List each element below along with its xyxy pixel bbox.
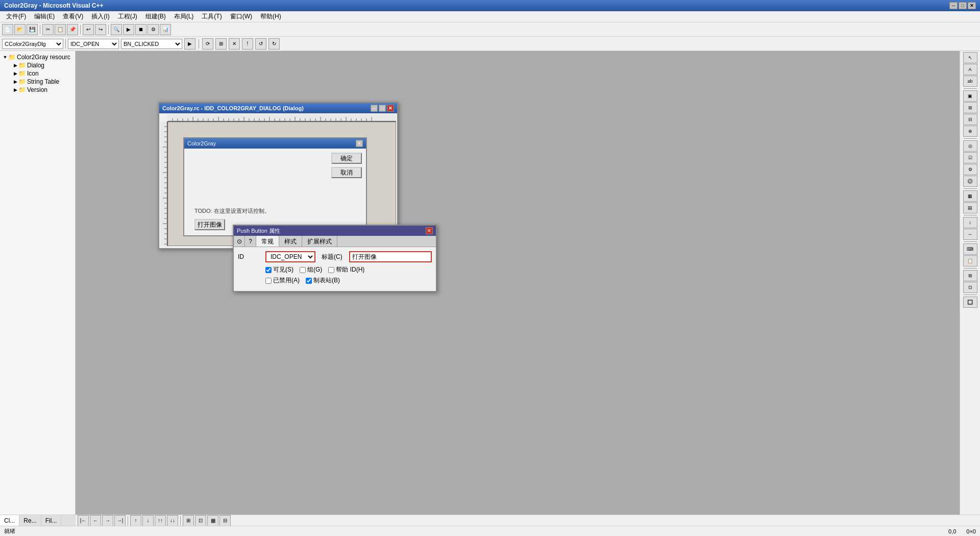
tab-resource-view[interactable]: Re...	[19, 515, 41, 526]
tb2-btn5[interactable]: ↺	[255, 38, 266, 50]
tab-class-view[interactable]: Cl...	[0, 515, 19, 526]
bt-btn6[interactable]: ↓	[142, 515, 154, 526]
tree-dialog[interactable]: ▶ 📁 Dialog	[12, 61, 73, 69]
resource-editor-min-button[interactable]: ─	[371, 105, 378, 112]
tab-general[interactable]: 常规	[256, 236, 279, 247]
bt-btn10[interactable]: ⊡	[195, 515, 206, 526]
menu-edit[interactable]: 编辑(E)	[30, 11, 59, 22]
tb-btn-extra4[interactable]: 📊	[160, 24, 171, 35]
disabled-checkbox[interactable]	[265, 278, 272, 284]
class-select[interactable]: CColor2GrayDlg	[2, 39, 63, 49]
tree-root[interactable]: ▼ 📁 Color2Gray resourc	[2, 53, 73, 61]
search-button[interactable]: 🔍	[111, 24, 122, 35]
caption-input[interactable]	[349, 251, 432, 262]
open-image-button[interactable]: 打开图像	[194, 219, 225, 230]
rt-btn12[interactable]: ↔	[963, 229, 977, 240]
help-id-label: 帮助 ID(H)	[336, 265, 364, 274]
paste-button[interactable]: 📌	[67, 24, 78, 35]
tree-version[interactable]: ▶ 📁 Version	[12, 86, 73, 94]
tab-extended[interactable]: 扩展样式	[302, 236, 337, 247]
rt-btn5[interactable]: ◎	[963, 140, 977, 152]
new-button[interactable]: 📄	[2, 24, 13, 35]
save-button[interactable]: 💾	[27, 24, 38, 35]
menu-file[interactable]: 文件(F)	[2, 11, 30, 22]
props-tab-icon1[interactable]: ⊙	[234, 236, 245, 247]
menu-insert[interactable]: 插入(I)	[87, 11, 113, 22]
resource-editor-close-button[interactable]: ✕	[387, 105, 394, 112]
main-area: ▼ 📁 Color2Gray resourc ▶ 📁 Dialog ▶ 📁 Ic…	[0, 51, 980, 526]
event-select[interactable]: BN_CLICKED	[121, 39, 182, 49]
menu-window[interactable]: 窗口(W)	[226, 11, 256, 22]
visible-checkbox[interactable]	[265, 267, 272, 273]
copy-button[interactable]: 📋	[55, 24, 66, 35]
rt-btn10[interactable]: ▤	[963, 202, 977, 213]
bt-btn5[interactable]: ↑	[130, 515, 141, 526]
rt-text-btn[interactable]: A	[963, 64, 977, 75]
tree-string-table[interactable]: ▶ 📁 String Table	[12, 78, 73, 86]
rt-ab-btn[interactable]: ab	[963, 76, 977, 87]
group-checkbox[interactable]	[300, 267, 306, 273]
menu-layout[interactable]: 布局(L)	[170, 11, 198, 22]
inner-dialog-close-button[interactable]: ✕	[356, 140, 363, 147]
maximize-button[interactable]: □	[959, 2, 967, 9]
rt-btn14[interactable]: 📋	[963, 255, 977, 266]
tab-styles[interactable]: 样式	[279, 236, 302, 247]
bt-btn7[interactable]: ↑↑	[155, 515, 166, 526]
rt-btn11[interactable]: ↕	[963, 217, 977, 228]
menu-view[interactable]: 查看(V)	[59, 11, 87, 22]
resource-editor-max-button[interactable]: □	[379, 105, 386, 112]
tb2-btn4[interactable]: !	[242, 38, 253, 50]
tab-file-view[interactable]: Fil...	[41, 515, 62, 526]
rt-btn8[interactable]: 🔘	[963, 176, 977, 187]
bt-btn9[interactable]: ⊞	[183, 515, 194, 526]
tb2-btn2[interactable]: ⊞	[215, 38, 227, 50]
redo-button[interactable]: ↪	[95, 24, 106, 35]
rt-btn6[interactable]: ☑	[963, 152, 977, 163]
cut-button[interactable]: ✂	[42, 24, 54, 35]
rt-btn1[interactable]: ▣	[963, 90, 977, 102]
rt-btn2[interactable]: ⊞	[963, 102, 977, 113]
rt-btn3[interactable]: ⊟	[963, 114, 977, 125]
undo-button[interactable]: ↩	[83, 24, 94, 35]
rt-btn4[interactable]: ⊕	[963, 126, 977, 137]
tabstop-checkbox[interactable]	[306, 278, 312, 284]
menu-tools[interactable]: 工具(T)	[198, 11, 226, 22]
bt-btn3[interactable]: →	[102, 515, 113, 526]
tb2-btn3[interactable]: ✕	[229, 38, 240, 50]
tb-btn-extra2[interactable]: ⏹	[135, 24, 146, 35]
rt-btn17[interactable]: 🔲	[963, 297, 977, 308]
menu-project[interactable]: 工程(J)	[114, 11, 141, 22]
rt-btn16[interactable]: ⊡	[963, 282, 977, 293]
id-dropdown[interactable]: IDC_OPEN	[265, 251, 315, 262]
go-button[interactable]: ▶	[184, 38, 195, 50]
cancel-button[interactable]: 取消	[331, 167, 362, 178]
rt-arrow-btn[interactable]: ↖	[963, 52, 977, 63]
close-button[interactable]: ✕	[968, 2, 976, 9]
ok-button[interactable]: 确定	[331, 153, 362, 164]
bt-btn8[interactable]: ↓↓	[167, 515, 178, 526]
rt-btn9[interactable]: ▦	[963, 190, 977, 202]
tb2-btn6[interactable]: ↻	[268, 38, 280, 50]
tree-icon-item[interactable]: ▶ 📁 Icon	[12, 69, 73, 78]
id-select[interactable]: IDC_OPEN	[68, 39, 119, 49]
bt-btn1[interactable]: |←	[78, 515, 89, 526]
rt-btn13[interactable]: ⌨	[963, 243, 977, 255]
menu-help[interactable]: 帮助(H)	[256, 11, 285, 22]
help-id-checkbox[interactable]	[328, 267, 334, 273]
bt-btn4[interactable]: →|	[114, 515, 126, 526]
tb2-btn1[interactable]: ⟳	[202, 38, 213, 50]
bt-btn2[interactable]: ←	[90, 515, 101, 526]
todo-text: TODO: 在这里设置对话控制。	[194, 207, 270, 215]
properties-close-button[interactable]: ✕	[426, 227, 433, 234]
open-button[interactable]: 📂	[14, 24, 26, 35]
bt-btn11[interactable]: ▦	[207, 515, 218, 526]
bt-btn12[interactable]: ⊟	[219, 515, 231, 526]
menu-build[interactable]: 组建(B)	[141, 11, 170, 22]
tb-btn-extra1[interactable]: ▶	[123, 24, 134, 35]
minimize-button[interactable]: ─	[949, 2, 958, 9]
tb-btn-extra3[interactable]: ⚙	[148, 24, 159, 35]
rt-btn7[interactable]: ⚙	[963, 164, 977, 175]
props-tab-icon2[interactable]: ?	[245, 236, 256, 247]
rt-btn15[interactable]: ⊞	[963, 270, 977, 281]
root-expander: ▼	[2, 54, 8, 60]
